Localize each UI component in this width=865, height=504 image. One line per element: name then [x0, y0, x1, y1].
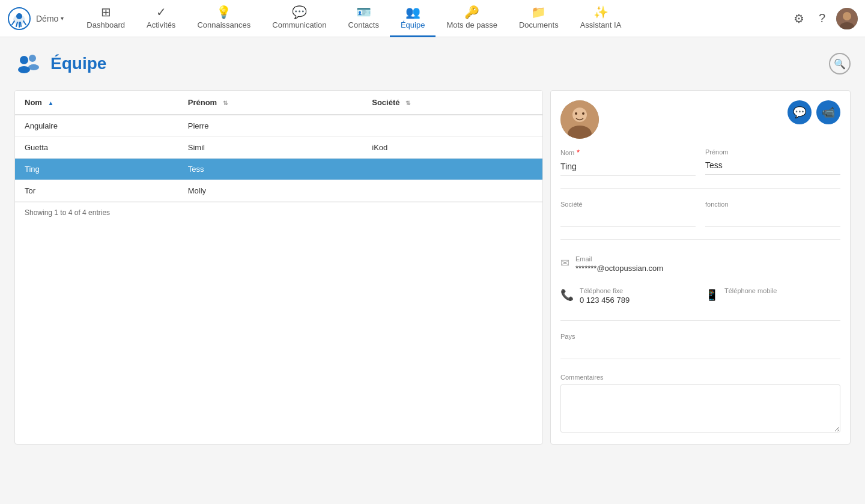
nav-label-assistant-ia: Assistant IA: [580, 20, 622, 29]
col-societe[interactable]: Société ⇅: [362, 91, 542, 115]
detail-row-phone: 📞 Téléphone fixe 0 123 456 789 📱 Télépho…: [560, 284, 840, 308]
nav-icon-assistant-ia: ✨: [593, 6, 609, 18]
nav-item-assistant-ia[interactable]: ✨Assistant IA: [569, 0, 633, 37]
detail-commentaires-section: Commentaires: [560, 366, 840, 434]
svg-point-9: [843, 12, 851, 20]
detail-tel-fixe-row: 📞 Téléphone fixe 0 123 456 789: [560, 284, 696, 308]
cell-prenom: Molly: [178, 180, 362, 202]
nav-logo[interactable]: Démo ▾: [7, 7, 64, 31]
cell-societe: [362, 159, 542, 180]
detail-pays-value[interactable]: [560, 342, 840, 359]
team-table: Nom ▲ Prénom ⇅ Société ⇅: [15, 91, 542, 202]
table-footer: Showing 1 to 4 of 4 entries: [15, 202, 542, 223]
detail-field-fonction: fonction: [705, 201, 840, 227]
nav-item-communication[interactable]: 💬Communication: [261, 0, 337, 37]
nav-item-activites[interactable]: ✓Activités: [136, 0, 186, 37]
detail-email-value[interactable]: *******@octopussian.com: [575, 264, 840, 273]
nav-label-contacts: Contacts: [348, 20, 379, 29]
cell-societe: [362, 180, 542, 202]
svg-point-14: [28, 64, 39, 70]
nav-icon-equipe: 👥: [405, 6, 420, 18]
detail-divider-1: [560, 188, 840, 189]
settings-button[interactable]: ⚙: [790, 8, 808, 29]
nav-label-equipe: Équipe: [401, 20, 425, 29]
required-indicator: *: [577, 148, 580, 157]
svg-point-19: [582, 112, 584, 115]
detail-tel-mobile-row: 📱 Téléphone mobile: [705, 284, 840, 308]
svg-point-12: [18, 66, 30, 73]
cell-prenom: Tess: [178, 159, 362, 180]
team-table-panel: Nom ▲ Prénom ⇅ Société ⇅: [14, 90, 543, 445]
detail-actions: 💬 📹: [788, 100, 840, 124]
table-row[interactable]: Guetta Simil iKod: [15, 137, 542, 159]
nav-label-connaissances: Connaissances: [197, 20, 250, 29]
detail-divider-3: [560, 320, 840, 321]
detail-row-org: Société fonction: [560, 201, 840, 227]
app-logo-icon: [7, 7, 31, 31]
nav-label-mots-de-passe: Mots de passe: [446, 20, 497, 29]
detail-row-name: Nom * Ting Prénom Tess: [560, 148, 840, 176]
contact-avatar: [560, 100, 599, 139]
detail-societe-value[interactable]: [560, 210, 696, 227]
detail-field-prenom: Prénom Tess: [705, 148, 840, 176]
nav-icon-contacts: 🪪: [356, 6, 371, 18]
detail-panel: 💬 📹 Nom * Ting: [550, 90, 851, 445]
page-title: Équipe: [50, 54, 106, 73]
detail-email-row: ✉ Email *******@octopussian.com: [560, 252, 840, 276]
detail-nom-value[interactable]: Ting: [560, 159, 696, 176]
nav-item-contacts[interactable]: 🪪Contacts: [338, 0, 390, 37]
svg-line-3: [12, 21, 14, 25]
table-row[interactable]: Ting Tess: [15, 159, 542, 180]
cell-prenom: Simil: [178, 137, 362, 159]
nav-item-mots-de-passe[interactable]: 🔑Mots de passe: [436, 0, 508, 37]
detail-fonction-value[interactable]: [705, 210, 840, 227]
col-nom[interactable]: Nom ▲: [15, 91, 178, 115]
chat-button[interactable]: 💬: [788, 100, 812, 124]
nav-icon-connaissances: 💡: [216, 6, 231, 18]
svg-line-5: [20, 22, 21, 26]
nav-item-connaissances[interactable]: 💡Connaissances: [186, 0, 261, 37]
detail-header: 💬 📹: [560, 100, 840, 139]
video-button[interactable]: 📹: [816, 100, 840, 124]
nav-icon-dashboard: ⊞: [101, 6, 111, 18]
nav-icon-communication: 💬: [292, 6, 307, 18]
nav-item-equipe[interactable]: 👥Équipe: [390, 0, 436, 37]
user-avatar[interactable]: [836, 8, 858, 29]
nav-label-dashboard: Dashboard: [86, 20, 125, 29]
col-prenom[interactable]: Prénom ⇅: [178, 91, 362, 115]
detail-field-societe: Société: [560, 201, 696, 227]
nav-brand-label[interactable]: Démo ▾: [36, 14, 64, 23]
detail-field-nom: Nom * Ting: [560, 148, 696, 176]
sort-both-icon-prenom: ⇅: [223, 100, 228, 106]
table-row[interactable]: Tor Molly: [15, 180, 542, 202]
table-body: Angulaire Pierre Guetta Simil iKod Ting …: [15, 115, 542, 202]
sort-both-icon-societe: ⇅: [405, 100, 410, 106]
cell-societe: [362, 115, 542, 137]
nav-items: ⊞Dashboard✓Activités💡Connaissances💬Commu…: [76, 0, 790, 37]
commentaires-input[interactable]: [560, 384, 840, 433]
main-layout: Nom ▲ Prénom ⇅ Société ⇅: [14, 90, 851, 445]
svg-point-11: [20, 56, 28, 64]
svg-point-18: [575, 112, 577, 115]
page-content: Équipe 🔍 Nom ▲ Prénom ⇅: [0, 37, 865, 457]
detail-prenom-value[interactable]: Tess: [705, 158, 840, 175]
detail-field-pays: Pays: [560, 333, 840, 359]
page-header: Équipe 🔍: [14, 49, 851, 78]
cell-nom: Tor: [15, 180, 178, 202]
nav-item-dashboard[interactable]: ⊞Dashboard: [76, 0, 136, 37]
cell-nom: Guetta: [15, 137, 178, 159]
phone-mobile-icon: 📱: [705, 288, 718, 302]
cell-prenom: Pierre: [178, 115, 362, 137]
cell-nom: Angulaire: [15, 115, 178, 137]
search-button[interactable]: 🔍: [829, 53, 851, 74]
help-button[interactable]: ?: [815, 8, 829, 29]
commentaires-label: Commentaires: [560, 374, 840, 381]
table-row[interactable]: Angulaire Pierre: [15, 115, 542, 137]
search-icon: 🔍: [834, 58, 846, 70]
nav-item-documents[interactable]: 📁Documents: [508, 0, 569, 37]
phone-fixe-icon: 📞: [560, 288, 574, 302]
nav-right: ⚙ ?: [790, 8, 858, 29]
brand-chevron-icon: ▾: [61, 15, 64, 22]
nav-icon-mots-de-passe: 🔑: [464, 6, 479, 18]
detail-tel-fixe-value[interactable]: 0 123 456 789: [580, 296, 696, 305]
